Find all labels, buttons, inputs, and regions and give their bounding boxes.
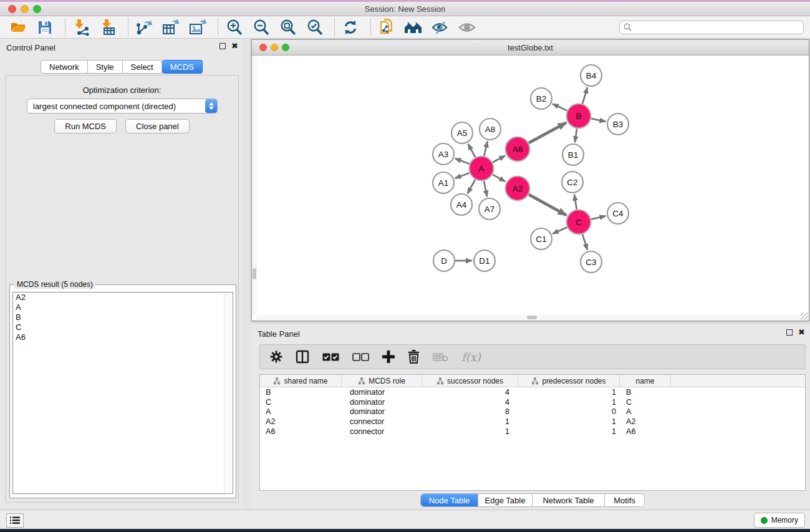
function-builder-button[interactable]: f(x) bbox=[461, 348, 481, 365]
network-horizontal-scrollbar[interactable] bbox=[257, 315, 801, 320]
tab-edge-table[interactable]: Edge Table bbox=[478, 494, 533, 506]
select-all-button[interactable] bbox=[322, 348, 339, 365]
save-session-button[interactable] bbox=[36, 18, 54, 37]
table-cell[interactable]: connector bbox=[342, 427, 422, 436]
table-row[interactable]: A2connector11A2 bbox=[260, 417, 805, 427]
table-cell[interactable]: 1 bbox=[422, 427, 518, 436]
graph-node[interactable]: A8 bbox=[480, 118, 501, 140]
network-zoom-button[interactable] bbox=[282, 44, 289, 51]
tab-style[interactable]: Style bbox=[88, 60, 123, 74]
column-header-shared-name[interactable]: shared name bbox=[260, 375, 342, 387]
hide-graphics-details-button[interactable] bbox=[458, 18, 476, 37]
tab-network-table[interactable]: Network Table bbox=[533, 494, 605, 506]
graph-node[interactable]: A bbox=[470, 157, 494, 181]
graph-node[interactable]: B1 bbox=[562, 144, 584, 165]
graph-edge[interactable] bbox=[468, 144, 476, 157]
clone-network-button[interactable] bbox=[377, 18, 396, 37]
search-field[interactable] bbox=[619, 21, 804, 34]
close-window-button[interactable] bbox=[8, 5, 16, 13]
table-cell[interactable]: A2 bbox=[260, 417, 342, 426]
graph-node[interactable]: A2 bbox=[506, 177, 530, 201]
export-image-button[interactable] bbox=[188, 18, 207, 37]
graph-node[interactable]: C1 bbox=[531, 228, 552, 249]
table-cell[interactable]: C bbox=[620, 398, 671, 407]
table-cell[interactable]: A6 bbox=[260, 427, 342, 436]
search-input[interactable] bbox=[635, 23, 799, 32]
table-cell[interactable]: 1 bbox=[518, 427, 620, 436]
export-network-button[interactable] bbox=[135, 18, 153, 37]
memory-button[interactable]: Memory bbox=[754, 513, 805, 528]
table-cell[interactable]: C bbox=[260, 398, 342, 407]
delete-table-button[interactable] bbox=[433, 348, 448, 365]
graph-edge[interactable] bbox=[575, 128, 577, 142]
open-session-button[interactable] bbox=[9, 18, 27, 37]
graph-edge[interactable] bbox=[468, 180, 475, 194]
table-cell[interactable]: B bbox=[260, 388, 342, 397]
graph-edge[interactable] bbox=[591, 118, 605, 122]
first-neighbors-button[interactable] bbox=[404, 18, 423, 37]
mcds-result-item[interactable]: C bbox=[13, 322, 233, 332]
network-window-titlebar[interactable]: testGlobe.txt bbox=[252, 40, 809, 56]
mcds-result-scrollbar[interactable] bbox=[224, 293, 233, 493]
table-row[interactable]: Cdominator41C bbox=[260, 397, 805, 407]
deselect-all-button[interactable] bbox=[352, 348, 369, 365]
table-cell[interactable]: 4 bbox=[422, 388, 518, 397]
table-row[interactable]: Adominator80A bbox=[260, 407, 805, 417]
run-mcds-button[interactable]: Run MCDS bbox=[54, 119, 117, 133]
table-cell[interactable]: 8 bbox=[422, 407, 518, 416]
table-row[interactable]: A6connector11A6 bbox=[260, 427, 805, 437]
graph-edge[interactable] bbox=[484, 181, 487, 196]
close-panel-icon[interactable]: ✖ bbox=[798, 329, 805, 336]
column-header-name[interactable]: name bbox=[620, 375, 671, 387]
graph-edge[interactable] bbox=[493, 175, 505, 181]
graph-edge[interactable] bbox=[591, 216, 606, 219]
graph-edge[interactable] bbox=[529, 195, 566, 215]
table-cell[interactable]: dominator bbox=[342, 398, 422, 407]
graph-node[interactable]: C3 bbox=[581, 251, 602, 273]
fit-content-button[interactable] bbox=[278, 18, 297, 37]
create-column-button[interactable] bbox=[382, 348, 395, 365]
show-task-history-button[interactable] bbox=[6, 513, 24, 528]
zoom-in-button[interactable] bbox=[224, 18, 243, 37]
tab-node-table[interactable]: Node Table bbox=[421, 494, 478, 506]
show-graphics-details-button[interactable] bbox=[431, 18, 450, 37]
graph-edge[interactable] bbox=[582, 235, 587, 250]
tab-select[interactable]: Select bbox=[123, 60, 162, 74]
graph-edge[interactable] bbox=[582, 87, 587, 104]
mcds-result-item[interactable]: B bbox=[13, 312, 233, 322]
table-cell[interactable]: A2 bbox=[620, 417, 671, 426]
export-table-button[interactable] bbox=[162, 18, 180, 37]
resize-grip[interactable] bbox=[801, 312, 808, 320]
graph-node[interactable]: A3 bbox=[433, 143, 454, 165]
network-close-button[interactable] bbox=[259, 44, 267, 51]
table-cell[interactable]: dominator bbox=[342, 407, 422, 416]
column-header-predecessor-nodes[interactable]: predecessor nodes bbox=[518, 375, 620, 387]
optimization-criterion-select[interactable]: largest connected component (directed) bbox=[27, 99, 218, 114]
graph-node[interactable]: C2 bbox=[562, 172, 583, 193]
scroll-thumb[interactable] bbox=[253, 268, 256, 279]
graph-node[interactable]: B2 bbox=[531, 88, 552, 109]
network-minimize-button[interactable] bbox=[271, 44, 278, 51]
float-panel-icon[interactable] bbox=[786, 329, 793, 336]
import-network-button[interactable] bbox=[72, 18, 90, 37]
table-cell[interactable]: 4 bbox=[422, 398, 518, 407]
table-cell[interactable]: 1 bbox=[518, 388, 620, 397]
mcds-result-item[interactable]: A2 bbox=[13, 293, 233, 302]
zoom-window-button[interactable] bbox=[33, 5, 41, 13]
graph-node[interactable]: B bbox=[567, 104, 591, 128]
graph-node[interactable]: C bbox=[567, 210, 591, 235]
table-cell[interactable]: A bbox=[260, 407, 342, 416]
column-header-successor-nodes[interactable]: successor nodes bbox=[422, 375, 518, 387]
table-cell[interactable]: dominator bbox=[342, 388, 422, 397]
mcds-result-list[interactable]: A2ABCA6 bbox=[12, 292, 233, 494]
toggle-panes-button[interactable] bbox=[296, 348, 309, 365]
minimize-window-button[interactable] bbox=[21, 5, 29, 13]
graph-node[interactable]: D1 bbox=[474, 250, 495, 271]
graph-edge[interactable] bbox=[493, 156, 505, 163]
close-panel-button[interactable]: Close panel bbox=[125, 119, 190, 133]
graph-edge[interactable] bbox=[455, 158, 470, 164]
table-settings-button[interactable] bbox=[270, 348, 282, 365]
graph-node[interactable]: B4 bbox=[581, 65, 602, 86]
mcds-result-item[interactable]: A6 bbox=[13, 332, 233, 342]
close-panel-icon[interactable]: ✖ bbox=[231, 43, 238, 49]
